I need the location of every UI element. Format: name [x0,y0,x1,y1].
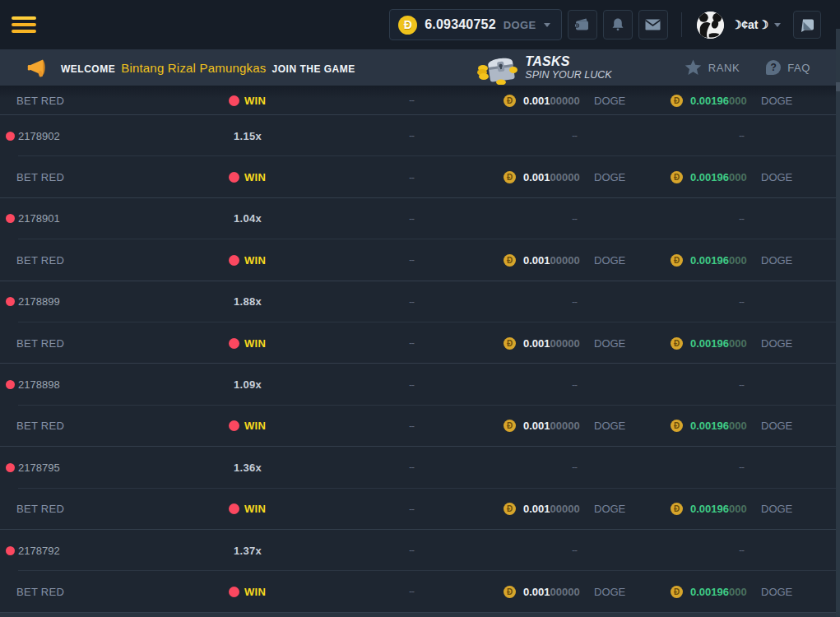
bet-label: BET RED [16,171,64,183]
multiplier-cell: 1.88x [229,295,362,308]
red-dot-icon [229,420,239,431]
nav-item-rank[interactable]: RANK [685,59,740,76]
amount-dim: 00000 [550,503,580,515]
placeholder-dash: -- [409,95,414,106]
bet-row[interactable]: BET RED WIN -- Đ 0.00100000 DOGE Đ 0.001… [0,489,840,530]
username[interactable]: ☽¢at☽ [731,18,768,31]
menu-hamburger-icon[interactable] [12,16,36,33]
bet-row[interactable]: BET RED WIN -- Đ 0.00100000 DOGE Đ 0.001… [0,156,840,197]
bet-profit: 0.00196000 [690,95,754,107]
red-dot-icon [229,503,239,514]
bet-result-cell: WIN [229,337,362,350]
round-row[interactable]: 2178795 1.36x -- -- -- [0,447,840,488]
bet-label: BET RED [16,503,64,515]
bet-result: WIN [244,95,266,107]
round-row[interactable]: 2178792 1.37x -- -- -- [0,530,840,571]
balance-amount: 6.09340752 [425,17,496,32]
bet-profit-cell: Đ 0.00196000 DOGE [666,95,840,107]
wallet-icon [574,17,591,32]
messages-button[interactable] [638,10,668,39]
empty-cell: -- [461,462,666,473]
bet-amount-cell: Đ 0.00100000 DOGE [461,95,666,107]
round-id-cell: 2178902 [0,130,229,142]
profit-main: 0.00196 [690,586,729,598]
amount-currency: DOGE [594,420,625,432]
amount-currency: DOGE [594,171,625,183]
amount-dim: 00000 [550,337,580,350]
profit-currency: DOGE [761,420,792,432]
scrollbar-track[interactable] [836,29,840,617]
bet-result-cell: WIN [229,171,362,183]
avatar[interactable] [697,12,724,39]
round-id: 2178792 [18,545,60,557]
hamburger-bar [12,16,36,20]
doge-coin-icon: Đ [671,503,683,515]
red-dot-icon [229,338,239,349]
placeholder-dash: -- [409,586,414,597]
profit-dim: 000 [729,420,747,432]
doge-coin-icon: Đ [671,254,683,267]
divider [681,12,682,37]
profit-main: 0.00196 [690,420,729,432]
doge-coin-icon: Đ [671,586,683,598]
balance-selector[interactable]: Đ 6.09340752 DOGE [389,9,561,40]
notifications-button[interactable] [603,10,633,39]
placeholder-dash: -- [572,462,577,473]
amount-main: 0.001 [523,503,550,515]
multiplier-value: 1.04x [234,212,262,225]
rank-label: RANK [708,62,740,74]
round-row[interactable]: 2178899 1.88x -- -- -- [0,281,840,322]
chevron-down-icon[interactable] [774,23,781,27]
top-bar: Đ 6.09340752 DOGE [0,0,840,49]
bet-amount: 0.00100000 [523,254,587,267]
doge-coin-icon: Đ [671,95,683,107]
bet-result-cell: WIN [229,420,362,432]
wallet-button[interactable] [568,10,597,39]
doge-coin-icon: Đ [504,420,516,432]
placeholder-dash: -- [409,379,414,391]
round-row[interactable]: 2178901 1.04x -- -- -- [0,198,840,239]
placeholder-dash: -- [572,213,577,225]
empty-cell: -- [666,213,840,225]
bet-row[interactable]: BET RED WIN -- Đ 0.00100000 DOGE Đ 0.001… [0,86,840,115]
amount-dim: 00000 [550,254,580,267]
multiplier-cell: 1.04x [229,212,362,225]
bet-row[interactable]: BET RED WIN -- Đ 0.00100000 DOGE Đ 0.001… [0,322,840,364]
bet-profit-cell: Đ 0.00196000 DOGE [666,337,840,350]
bet-row[interactable]: BET RED WIN -- Đ 0.00100000 DOGE Đ 0.001… [0,239,840,281]
bet-amount-cell: Đ 0.00100000 DOGE [461,420,666,432]
amount-main: 0.001 [523,254,550,267]
placeholder-dash: -- [572,545,577,556]
announcement-bar: WELCOME Bintang Rizal Pamungkas JOIN THE… [0,49,840,86]
bet-label: BET RED [16,420,64,432]
bet-row[interactable]: BET RED WIN -- Đ 0.00100000 DOGE Đ 0.001… [0,571,840,612]
bet-profit: 0.00196000 [690,337,754,350]
amount-currency: DOGE [594,254,625,267]
placeholder-dash: -- [739,462,744,473]
doge-coin-icon: Đ [671,337,683,350]
multiplier-value: 1.88x [234,295,262,308]
red-dot-icon [6,546,15,555]
placeholder-dash: -- [739,379,744,391]
profit-dim: 000 [729,503,747,515]
scrollbar-thumb[interactable] [836,82,840,91]
amount-main: 0.001 [523,171,550,183]
bet-amount-cell: Đ 0.00100000 DOGE [461,337,666,350]
nav-item-faq[interactable]: ? FAQ [766,60,810,75]
hamburger-bar [12,30,36,33]
chat-button[interactable] [793,11,821,39]
round-row[interactable]: 2178898 1.09x -- -- -- [0,364,840,405]
empty-cell: -- [666,545,840,556]
round-row[interactable]: 2178902 1.15x -- -- -- [0,115,840,156]
bet-label: BET RED [16,95,64,107]
doge-coin-icon: Đ [504,95,516,107]
placeholder-dash: -- [409,296,414,308]
tasks-banner[interactable]: TASKS SPIN YOUR LUCK [476,50,611,85]
placeholder-dash: -- [572,130,577,141]
profit-currency: DOGE [761,95,792,107]
doge-coin-icon: Đ [504,337,516,350]
multiplier-value: 1.37x [234,545,262,557]
bet-row[interactable]: BET RED WIN -- Đ 0.00100000 DOGE Đ 0.001… [0,406,840,447]
welcome-prefix: WELCOME [61,63,115,75]
red-dot-icon [229,172,239,183]
